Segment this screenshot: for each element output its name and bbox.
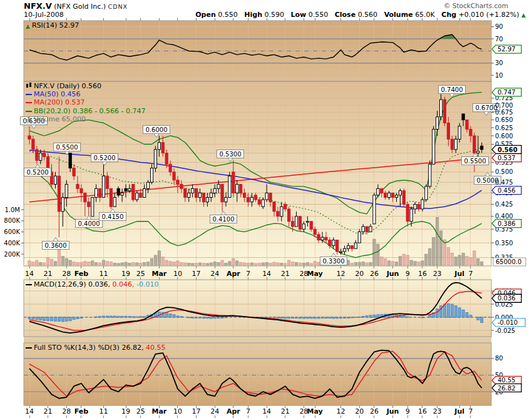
stockcharts-credit: © StockCharts.com xyxy=(444,2,508,9)
chg-value: +0.010 (+1.82%) xyxy=(459,11,519,19)
svg-text:17: 17 xyxy=(192,407,201,415)
svg-text:0.675: 0.675 xyxy=(495,109,513,116)
chart-canvas: 0.63000.52000.55000.36000.40000.52000.41… xyxy=(0,0,532,418)
svg-text:20: 20 xyxy=(355,270,364,278)
svg-text:0.6700: 0.6700 xyxy=(476,104,498,111)
ticker-symbol: NFX.V xyxy=(24,1,52,11)
svg-text:Jun: Jun xyxy=(386,270,399,278)
svg-text:-0.025: -0.025 xyxy=(495,327,515,334)
svg-text:May: May xyxy=(307,270,323,278)
svg-text:400K: 400K xyxy=(4,240,20,247)
macd-legend-main: MACD(12,26,9) 0.036, xyxy=(34,280,110,288)
svg-text:25: 25 xyxy=(136,407,145,415)
svg-text:0.5300: 0.5300 xyxy=(220,151,242,158)
svg-text:200K: 200K xyxy=(4,251,20,258)
svg-text:9: 9 xyxy=(406,270,410,278)
svg-text:23: 23 xyxy=(433,407,442,415)
bb-line-icon xyxy=(26,111,32,112)
open-value: 0.550 xyxy=(218,11,238,19)
ma50-line-icon xyxy=(26,94,32,95)
high-label: High xyxy=(244,11,262,19)
header: NFX.V (NFX Gold Inc.) CDNX © StockCharts… xyxy=(24,1,508,11)
svg-text:Apr: Apr xyxy=(227,270,240,278)
svg-text:10: 10 xyxy=(173,270,182,278)
macd-line-icon xyxy=(26,284,32,285)
svg-text:Feb: Feb xyxy=(74,270,89,278)
rsi-mountain-icon: ▲ xyxy=(26,23,30,31)
svg-text:14: 14 xyxy=(25,407,34,415)
ma200-line-icon xyxy=(26,102,32,103)
svg-text:52.97: 52.97 xyxy=(498,46,516,53)
svg-text:11: 11 xyxy=(99,270,108,278)
svg-text:19: 19 xyxy=(121,407,130,415)
svg-text:21: 21 xyxy=(44,270,53,278)
svg-text:0.3600: 0.3600 xyxy=(45,242,67,249)
svg-text:0.6000: 0.6000 xyxy=(146,126,168,133)
svg-text:28: 28 xyxy=(62,270,71,278)
svg-text:Jul: Jul xyxy=(454,407,464,415)
chart-date: 10-Jul-2008 xyxy=(24,11,64,19)
rsi-legend: ▲RSI(14) 52.97 xyxy=(26,21,79,31)
svg-text:0.4000: 0.4000 xyxy=(78,220,100,227)
volume-label: Volume xyxy=(384,11,413,19)
exchange-name: CDNX xyxy=(108,3,128,10)
svg-text:19: 19 xyxy=(121,270,130,278)
sto-axis: 80502040.5526.82 xyxy=(491,355,521,395)
svg-text:7: 7 xyxy=(246,407,250,415)
close-label: Close xyxy=(335,11,356,19)
macd-legend-hist: -0.010 xyxy=(135,280,159,288)
rsi-axis: 9070301052.97 xyxy=(491,23,521,79)
open-label: Open xyxy=(195,11,216,19)
svg-text:0.537: 0.537 xyxy=(498,155,516,161)
svg-text:14: 14 xyxy=(262,407,271,415)
svg-text:0.475: 0.475 xyxy=(495,179,513,186)
svg-text:12: 12 xyxy=(337,270,345,278)
svg-text:0.400: 0.400 xyxy=(495,213,513,220)
volume-axis: 1.0M800K600K400K200K xyxy=(4,206,24,258)
ma50-legend-text: MA(50) 0.456 xyxy=(34,90,81,98)
svg-text:Jun: Jun xyxy=(386,407,399,415)
svg-text:0.5200: 0.5200 xyxy=(94,155,116,161)
sto-legend-main: Full STO %K(14,3) %D(3) 26.82, xyxy=(34,344,143,352)
svg-text:30: 30 xyxy=(495,59,503,66)
svg-text:10: 10 xyxy=(495,72,503,79)
macd-legend: MACD(12,26,9) 0.036, 0.046, -0.010 xyxy=(26,280,158,288)
svg-text:0.3300: 0.3300 xyxy=(323,258,345,265)
price-legend-title: NFX.V (Daily) 0.560 xyxy=(34,82,101,90)
ma200-legend-row: MA(200) 0.537 xyxy=(26,98,146,106)
svg-text:10: 10 xyxy=(173,407,182,415)
svg-text:Feb: Feb xyxy=(74,407,89,415)
svg-text:7: 7 xyxy=(468,270,473,278)
svg-text:14: 14 xyxy=(262,270,271,278)
svg-text:0.500: 0.500 xyxy=(495,168,513,175)
svg-text:40.55: 40.55 xyxy=(498,377,516,384)
stockcharts-price-chart: NFX.V (NFX Gold Inc.) CDNX © StockCharts… xyxy=(0,0,532,418)
svg-text:7: 7 xyxy=(246,270,250,278)
svg-text:0.036: 0.036 xyxy=(498,295,516,302)
bb-legend-text: BB(20,2.0) 0.386 - 0.566 - 0.747 xyxy=(34,107,146,115)
svg-text:0.700: 0.700 xyxy=(495,102,513,109)
company-name: (NFX Gold Inc.) xyxy=(52,3,108,11)
svg-text:9: 9 xyxy=(406,407,410,415)
macd-legend-signal: 0.046, xyxy=(110,280,134,288)
svg-text:0.560: 0.560 xyxy=(498,146,518,153)
svg-text:0.650: 0.650 xyxy=(495,116,513,123)
date-axis-bottom: 142128Feb111925Mar101724Apr7142128May122… xyxy=(25,407,473,415)
svg-text:Mar: Mar xyxy=(151,270,166,278)
volume-legend-row: Volume 65,000 xyxy=(26,115,146,123)
svg-text:16: 16 xyxy=(418,270,427,278)
volume-bars-icon xyxy=(26,116,32,122)
svg-text:21: 21 xyxy=(44,407,53,415)
svg-text:26: 26 xyxy=(370,407,379,415)
svg-text:0.600: 0.600 xyxy=(495,133,513,140)
svg-text:28: 28 xyxy=(62,407,71,415)
svg-text:0.7400: 0.7400 xyxy=(441,86,463,93)
svg-text:17: 17 xyxy=(192,270,201,278)
svg-text:21: 21 xyxy=(281,270,290,278)
svg-text:20: 20 xyxy=(355,407,364,415)
svg-text:0.5200: 0.5200 xyxy=(27,169,49,176)
svg-text:Apr: Apr xyxy=(227,407,240,415)
svg-text:23: 23 xyxy=(433,270,442,278)
svg-text:24: 24 xyxy=(210,270,219,278)
svg-text:0.5500: 0.5500 xyxy=(56,144,78,151)
